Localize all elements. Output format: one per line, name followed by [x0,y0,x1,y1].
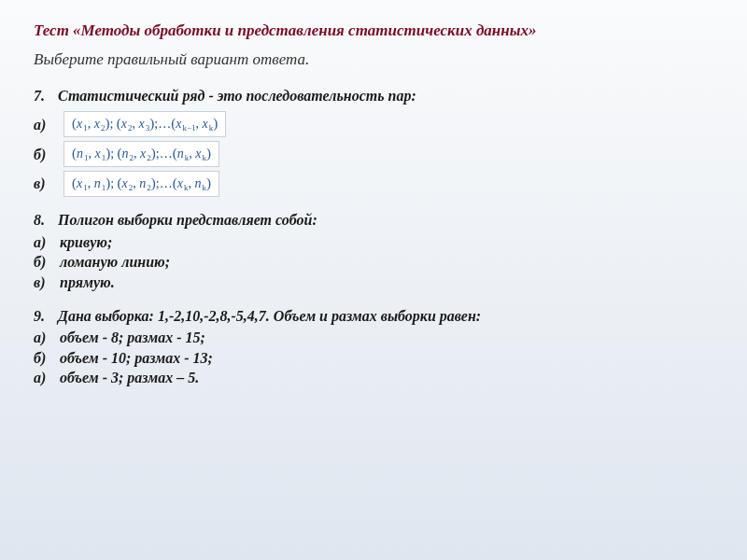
question-9-option-c: а) объем - 3; размах – 5. [34,368,713,388]
question-8-option-a: а) кривую; [34,232,713,253]
option-label: в) [34,273,60,293]
test-title: Тест «Методы обработки и представления с… [34,21,713,42]
question-9-option-a: а) объем - 8; размах - 15; [34,328,713,348]
question-9-text: Дана выборка: 1,-2,10,-2,8,-5,4,7. Объем… [58,308,481,324]
formula-q7-c: (x1, n1); (x2, n2);…(xk, nk) [63,171,219,197]
option-label: а) [34,328,60,348]
option-text: объем - 3; размах – 5. [60,368,199,388]
question-7-option-c: в) (x1, n1); (x2, n2);…(xk, nk) [34,171,713,197]
question-7-option-b: б) (n1, x1); (n2, x2);…(nk, xk) [34,141,713,167]
question-7-option-a: а) (x1, x2); (x2, x3);…(xk−1, xk) [34,111,713,137]
option-text: кривую; [60,232,112,253]
option-label: б) [34,145,58,165]
question-8-option-c: в) прямую. [34,273,713,293]
option-text: ломаную линию; [60,252,170,273]
question-7-number: 7. [34,88,54,104]
question-7-header: 7. Статистический ряд - это последовател… [34,86,713,106]
formula-q7-b: (n1, x1); (n2, x2);…(nk, xk) [63,141,219,167]
question-8-option-b: б) ломаную линию; [34,252,713,273]
question-8-text: Полигон выборки представляет собой: [58,212,317,228]
question-9-header: 9. Дана выборка: 1,-2,10,-2,8,-5,4,7. Об… [34,306,713,327]
option-label: а) [34,368,60,388]
option-label: в) [34,174,58,194]
question-9: 9. Дана выборка: 1,-2,10,-2,8,-5,4,7. Об… [34,306,713,388]
option-text: объем - 10; размах - 13; [60,348,213,369]
question-9-number: 9. [34,308,54,324]
question-8-header: 8. Полигон выборки представляет собой: [34,210,713,231]
question-7: 7. Статистический ряд - это последовател… [34,86,713,197]
option-label: а) [34,232,60,253]
option-label: б) [34,348,60,369]
question-8-number: 8. [34,212,54,228]
option-label: а) [34,115,58,135]
question-7-text: Статистический ряд - это последовательно… [58,88,416,104]
instruction-text: Выберите правильный вариант ответа. [34,49,713,71]
option-label: б) [34,252,60,273]
formula-q7-a: (x1, x2); (x2, x3);…(xk−1, xk) [63,111,226,137]
option-text: прямую. [60,273,115,293]
question-9-option-b: б) объем - 10; размах - 13; [34,348,713,369]
option-text: объем - 8; размах - 15; [60,328,205,348]
slide: Тест «Методы обработки и представления с… [0,0,747,560]
question-8: 8. Полигон выборки представляет собой: а… [34,210,713,292]
